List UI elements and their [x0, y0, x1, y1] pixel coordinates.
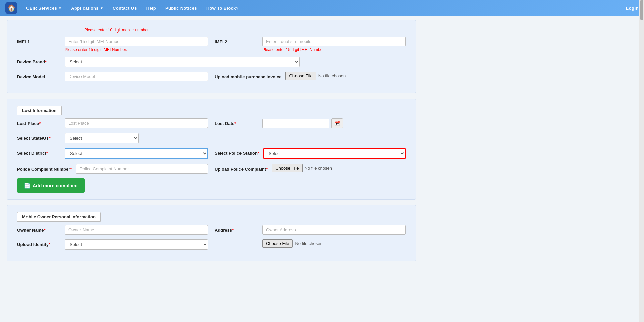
identity-label: Upload Identity* [17, 239, 61, 247]
district-field: Select [65, 148, 208, 159]
applications-caret: ▼ [100, 6, 103, 10]
lost-info-section: Lost Information Lost Place* Lost Date* … [7, 99, 416, 200]
complaint-choose-file-button[interactable]: Choose File [272, 164, 302, 172]
state-label: Select State/UT* [17, 133, 61, 141]
imei2-group: IMEI 2 Please enter 15 digit IMEI Number… [215, 37, 406, 52]
complaint-no-file-label: No file chosen [305, 166, 332, 171]
district-group: Select District* Select [17, 148, 208, 159]
device-brand-group: Device Brand* Select [17, 57, 406, 67]
complaint-number-label: Police Complaint Number* [17, 164, 72, 172]
upload-invoice-group: Upload mobile purchase invoice Choose Fi… [215, 72, 406, 80]
device-model-group: Device Model [17, 72, 208, 81]
owner-name-group: Owner Name* [17, 225, 208, 235]
personal-info-tab: Mobile Owner Personal Information [17, 212, 101, 222]
nav-item-how-to-block[interactable]: How to block? [202, 0, 244, 16]
state-row: Select State/UT* Select [17, 133, 406, 143]
lost-place-group: Lost Place* [17, 118, 208, 128]
identity-select-field: Select [65, 239, 208, 250]
nav-item-applications[interactable]: Applications ▼ [66, 0, 108, 16]
imei1-label: IMEI 1 [17, 37, 61, 44]
lost-place-label: Lost Place* [17, 118, 61, 126]
add-more-icon: 📄 [24, 182, 31, 189]
identity-select[interactable]: Select [65, 239, 208, 250]
complaint-number-input[interactable] [76, 164, 208, 174]
nav-item-help[interactable]: Help [142, 0, 161, 16]
address-input[interactable] [262, 225, 406, 235]
device-model-row: Device Model Upload mobile purchase invo… [17, 72, 406, 81]
device-brand-select[interactable]: Select [65, 57, 300, 67]
owner-name-input[interactable] [65, 225, 208, 235]
identity-file-field: Choose File No file chosen [262, 239, 406, 248]
state-group: Select State/UT* Select [17, 133, 406, 143]
state-field: Select [65, 133, 139, 143]
owner-name-field [65, 225, 208, 235]
address-label: Address* [215, 225, 258, 233]
imei2-input[interactable] [262, 37, 406, 46]
complaint-number-group: Police Complaint Number* [17, 164, 208, 174]
district-police-row: Select District* Select Select Police St… [17, 148, 406, 159]
imei1-field: Please enter 15 digit IMEI Number. [65, 37, 208, 52]
invoice-no-file-label: No file chosen [318, 73, 346, 78]
address-field [262, 225, 406, 235]
lost-place-input[interactable] [65, 118, 208, 128]
lost-place-field [65, 118, 208, 128]
device-brand-row: Device Brand* Select [17, 57, 406, 67]
device-info-section: Please enter 10 digit mobile number. IME… [7, 20, 416, 93]
nav-item-ceir-services[interactable]: CEIR Services ▼ [21, 0, 66, 16]
device-model-label: Device Model [17, 72, 61, 79]
navbar: 🏠 CEIR Services ▼ Applications ▼ Contact… [0, 0, 644, 16]
device-model-field [65, 72, 208, 81]
invoice-choose-file-button[interactable]: Choose File [285, 72, 316, 80]
district-select[interactable]: Select [65, 148, 208, 159]
lost-date-group: Lost Date* 2023-07-06 12:33:58 📅 [215, 118, 406, 128]
scrollbar-track [639, 0, 644, 273]
complaint-number-field [76, 164, 208, 174]
scrollbar-thumb[interactable] [640, 0, 643, 20]
imei1-group: IMEI 1 Please enter 15 digit IMEI Number… [17, 37, 208, 52]
police-station-field: Select [263, 148, 406, 159]
main-content: Please enter 10 digit mobile number. IME… [0, 16, 423, 273]
personal-info-section: Mobile Owner Personal Information Owner … [7, 205, 416, 261]
address-group: Address* [215, 225, 406, 235]
state-select[interactable]: Select [65, 133, 139, 143]
identity-select-group: Upload Identity* Select [17, 239, 208, 250]
upload-invoice-label: Upload mobile purchase invoice [215, 72, 281, 79]
police-station-label: Select Police Station* [215, 148, 259, 156]
police-station-group: Select Police Station* Select [215, 148, 406, 159]
imei2-label: IMEI 2 [215, 37, 258, 44]
add-more-complaint-button[interactable]: 📄 Add more complaint [17, 178, 85, 193]
imei2-field: Please enter 15 digit IMEI Number. [262, 37, 406, 52]
device-brand-label: Device Brand* [17, 57, 61, 64]
lost-date-field: 2023-07-06 12:33:58 📅 [262, 118, 406, 128]
lost-info-tab: Lost Information [17, 106, 62, 115]
police-station-select[interactable]: Select [263, 148, 406, 159]
mobile-error: Please enter 10 digit mobile number. [84, 28, 150, 33]
nav-logo-icon[interactable]: 🏠 [5, 2, 17, 14]
upload-complaint-group: Upload Police Complaint* Choose File No … [215, 164, 406, 172]
owner-address-row: Owner Name* Address* [17, 225, 406, 235]
login-button[interactable]: Login [626, 6, 639, 11]
identity-file-group: Choose File No file chosen [215, 239, 406, 248]
upload-complaint-label: Upload Police Complaint* [215, 164, 268, 172]
identity-choose-file-button[interactable]: Choose File [262, 239, 293, 248]
add-more-row: 📄 Add more complaint [17, 178, 406, 193]
ceir-services-caret: ▼ [58, 6, 62, 10]
lost-date-input[interactable]: 2023-07-06 12:33:58 [262, 119, 329, 128]
device-model-input[interactable] [65, 72, 208, 81]
identity-file-label [215, 239, 258, 242]
lost-date-label: Lost Date* [215, 118, 258, 126]
upload-complaint-field: Choose File No file chosen [272, 164, 406, 172]
imei1-error: Please enter 15 digit IMEI Number. [65, 47, 208, 52]
owner-name-label: Owner Name* [17, 225, 61, 233]
complaint-row: Police Complaint Number* Upload Police C… [17, 164, 406, 174]
identity-row: Upload Identity* Select Choose File No f… [17, 239, 406, 250]
nav-item-contact-us[interactable]: Contact Us [108, 0, 142, 16]
nav-item-public-notices[interactable]: Public Notices [161, 0, 202, 16]
imei1-input[interactable] [65, 37, 208, 46]
calendar-icon[interactable]: 📅 [331, 118, 343, 128]
district-label: Select District* [17, 148, 61, 156]
identity-no-file-label: No file chosen [295, 241, 322, 246]
imei-row: IMEI 1 Please enter 15 digit IMEI Number… [17, 37, 406, 52]
lost-place-date-row: Lost Place* Lost Date* 2023-07-06 12:33:… [17, 118, 406, 128]
nav-items: CEIR Services ▼ Applications ▼ Contact U… [21, 0, 626, 16]
